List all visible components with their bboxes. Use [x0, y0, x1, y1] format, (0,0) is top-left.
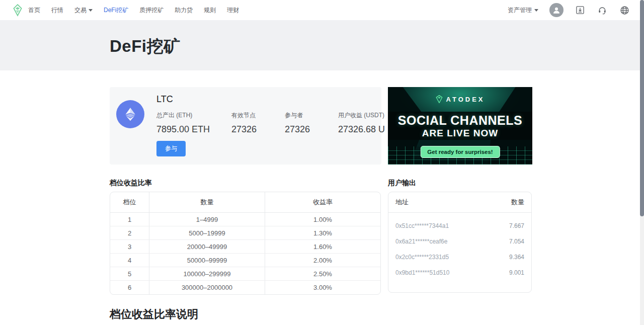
brand-logo-icon[interactable] [11, 4, 24, 17]
banner-title-band: SOCIAL CHANNELS ARE LIVE NOW [388, 112, 532, 140]
nav-item-boost-loan[interactable]: 助力贷 [175, 6, 193, 15]
tier-table: 档位 数量 收益率 1 1–4999 1.00% 2 5000–19999 1.… [110, 192, 381, 295]
nav-item-wealth[interactable]: 理财 [227, 6, 239, 15]
chevron-down-icon [89, 9, 93, 12]
chevron-down-icon [534, 9, 538, 12]
asset-management-menu[interactable]: 资产管理 [508, 6, 538, 15]
download-icon [575, 5, 585, 15]
download-app-button[interactable] [575, 5, 586, 16]
top-nav: 首页 行情 交易 DeFi挖矿 质押挖矿 助力贷 规则 理财 资产管理 [0, 0, 640, 20]
address: 0x6a21******ceaf6e [395, 238, 447, 245]
table-row: 4 50000–99999 2.00% [110, 254, 380, 267]
atodex-gem-icon [436, 95, 443, 103]
stat-participants: 参与者 27326 [285, 111, 310, 135]
output-table-header: 地址 数量 [388, 192, 531, 213]
table-row: 3 20000–49999 1.60% [110, 240, 380, 254]
stat-label: 用户收益 (USDT) [338, 111, 385, 120]
amount: 7.054 [509, 238, 524, 245]
table-row: 1 1–4999 1.00% [110, 213, 380, 226]
stat-value: 27326 [231, 124, 257, 135]
join-button[interactable]: 参与 [156, 141, 186, 156]
address: 0x2c0c******2331d5 [395, 254, 449, 261]
headset-icon [597, 5, 607, 15]
page-title: DeFi挖矿 [110, 35, 181, 58]
stat-label: 有效节点 [231, 111, 257, 120]
stat-value: 27326 [285, 124, 310, 135]
stat-value: 7895.00 ETH [156, 124, 210, 135]
address: 0x51cc******7344a1 [395, 222, 449, 229]
hero-band: DeFi挖矿 [0, 20, 640, 70]
column-header: 档位 [110, 192, 149, 212]
banner-title-line1: SOCIAL CHANNELS [398, 113, 522, 128]
table-row: 0x51cc******7344a1 7.667 [388, 218, 531, 233]
table-row: 6 300000–2000000 3.00% [110, 281, 380, 294]
tier-table-header: 档位 数量 收益率 [110, 192, 380, 213]
person-icon [552, 6, 561, 15]
nav-item-trade[interactable]: 交易 [74, 6, 93, 15]
page-scrollbar[interactable] [640, 0, 644, 325]
nav-item-defi-mining[interactable]: DeFi挖矿 [104, 6, 128, 15]
ethereum-icon [116, 100, 144, 128]
user-avatar[interactable] [549, 3, 564, 17]
coin-name: LTC [156, 94, 173, 105]
main-menu: 首页 行情 交易 DeFi挖矿 质押挖矿 助力贷 规则 理财 [28, 0, 239, 20]
promo-banner[interactable]: ATODEX SOCIAL CHANNELS ARE LIVE NOW Get … [388, 87, 532, 165]
stat-label: 参与者 [285, 111, 310, 120]
nav-item-staking[interactable]: 质押挖矿 [139, 6, 164, 15]
customer-support-button[interactable] [597, 5, 608, 16]
language-button[interactable] [619, 5, 630, 16]
stat-valid-nodes: 有效节点 27326 [231, 111, 257, 135]
user-output-table: 地址 数量 0x51cc******7344a1 7.667 0x6a21***… [388, 192, 532, 293]
column-header: 收益率 [265, 192, 380, 212]
table-row: 0x6a21******ceaf6e 7.054 [388, 233, 531, 249]
stat-value: 27326.68 U [338, 124, 385, 135]
nav-item-markets[interactable]: 行情 [51, 6, 63, 15]
table-row: 0x2c0c******2331d5 9.364 [388, 249, 531, 265]
tier-section-title: 档位收益比率 [110, 179, 152, 188]
globe-icon [619, 5, 630, 16]
table-row: 5 100000–299999 2.50% [110, 267, 380, 281]
banner-brand: ATODEX [388, 95, 532, 103]
stat-total-output: 总产出 (ETH) 7895.00 ETH [156, 111, 210, 135]
banner-cta-button[interactable]: Get ready for surprises! [420, 146, 500, 158]
nav-item-home[interactable]: 首页 [28, 6, 40, 15]
mining-card: LTC 总产出 (ETH) 7895.00 ETH 有效节点 27326 参与者… [110, 87, 381, 165]
column-header: 数量 [149, 192, 265, 212]
amount: 9.364 [509, 254, 524, 261]
table-row: 2 5000–19999 1.30% [110, 226, 380, 240]
amount: 9.001 [509, 269, 524, 276]
column-header: 地址 [395, 198, 409, 207]
address: 0x9bd1******51d510 [395, 269, 449, 276]
scrollbar-thumb[interactable] [640, 0, 644, 216]
table-row: 0x9bd1******51d510 9.001 [388, 265, 531, 280]
stat-label: 总产出 (ETH) [156, 111, 210, 120]
amount: 7.667 [509, 222, 524, 229]
banner-title-line2: ARE LIVE NOW [422, 128, 498, 139]
column-header: 数量 [511, 198, 524, 207]
banner-brand-text: ATODEX [446, 96, 485, 103]
output-section-title: 用户输出 [388, 179, 416, 188]
stat-user-earnings: 用户收益 (USDT) 27326.68 U [338, 111, 385, 135]
nav-right-cluster: 资产管理 [508, 0, 630, 20]
nav-item-rules[interactable]: 规则 [204, 6, 216, 15]
tier-explanation-heading: 档位收益比率说明 [110, 307, 198, 322]
